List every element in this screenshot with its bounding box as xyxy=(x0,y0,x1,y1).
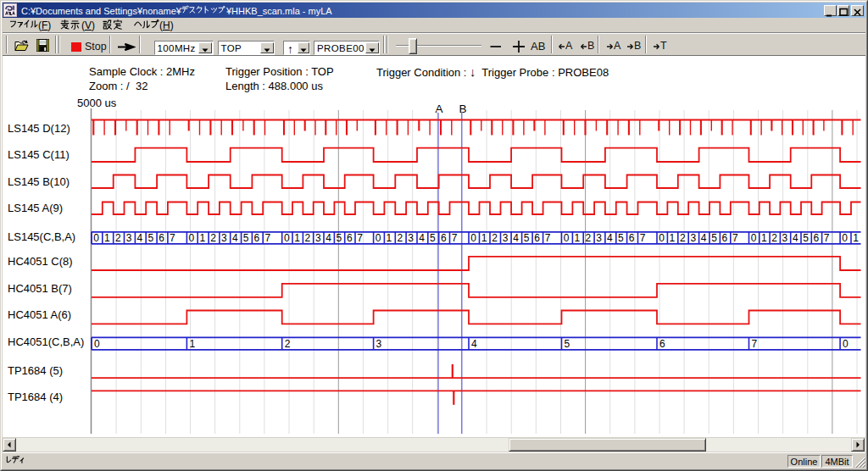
svg-text:1: 1 xyxy=(104,232,110,244)
svg-text:4: 4 xyxy=(419,232,425,244)
svg-text:0: 0 xyxy=(751,232,757,244)
svg-text:7: 7 xyxy=(357,232,363,244)
svg-text:3: 3 xyxy=(596,232,602,244)
svg-text:6: 6 xyxy=(659,338,665,350)
svg-text:2: 2 xyxy=(492,232,498,244)
svg-text:0: 0 xyxy=(189,232,195,244)
svg-text:6: 6 xyxy=(722,232,728,244)
svg-text:1: 1 xyxy=(481,232,487,244)
svg-text:5: 5 xyxy=(565,338,570,350)
svg-text:4: 4 xyxy=(793,232,798,244)
svg-text:3: 3 xyxy=(126,232,132,244)
svg-text:3: 3 xyxy=(690,232,696,244)
svg-text:3: 3 xyxy=(782,232,788,244)
svg-text:7: 7 xyxy=(732,232,738,244)
svg-text:5: 5 xyxy=(618,232,624,244)
svg-text:1: 1 xyxy=(294,232,300,244)
svg-text:6: 6 xyxy=(159,232,164,244)
svg-text:0: 0 xyxy=(93,232,99,244)
svg-text:2: 2 xyxy=(585,232,591,244)
svg-text:1: 1 xyxy=(670,232,676,244)
svg-text:5: 5 xyxy=(337,232,342,244)
svg-text:6: 6 xyxy=(254,232,260,244)
svg-text:0: 0 xyxy=(842,232,848,244)
svg-text:7: 7 xyxy=(452,232,458,244)
svg-text:2: 2 xyxy=(305,232,311,244)
svg-text:4: 4 xyxy=(607,232,613,244)
svg-text:0: 0 xyxy=(284,232,290,244)
svg-text:5: 5 xyxy=(430,232,436,244)
svg-text:5: 5 xyxy=(147,232,153,244)
svg-text:6: 6 xyxy=(347,232,353,244)
svg-text:3: 3 xyxy=(408,232,414,244)
svg-text:2: 2 xyxy=(115,232,121,244)
svg-text:7: 7 xyxy=(752,338,758,350)
svg-text:1: 1 xyxy=(853,232,859,244)
svg-text:3: 3 xyxy=(376,338,382,350)
svg-text:6: 6 xyxy=(441,232,447,244)
svg-text:1: 1 xyxy=(387,232,392,244)
svg-text:1: 1 xyxy=(761,232,767,244)
svg-text:5: 5 xyxy=(711,232,717,244)
svg-text:7: 7 xyxy=(640,232,646,244)
svg-text:4: 4 xyxy=(701,232,707,244)
svg-text:7: 7 xyxy=(545,232,551,244)
svg-text:4: 4 xyxy=(232,232,238,244)
svg-text:1: 1 xyxy=(189,338,195,350)
svg-text:0: 0 xyxy=(94,338,100,350)
svg-text:0: 0 xyxy=(843,338,849,350)
svg-text:5: 5 xyxy=(803,232,809,244)
svg-text:0: 0 xyxy=(470,232,476,244)
svg-text:0: 0 xyxy=(564,232,570,244)
svg-text:2: 2 xyxy=(398,232,403,244)
svg-text:6: 6 xyxy=(629,232,635,244)
svg-text:5: 5 xyxy=(243,232,249,244)
svg-text:0: 0 xyxy=(376,232,381,244)
svg-text:0: 0 xyxy=(659,232,665,244)
svg-text:7: 7 xyxy=(824,232,830,244)
svg-text:3: 3 xyxy=(315,232,321,244)
svg-text:3: 3 xyxy=(221,232,227,244)
svg-text:4: 4 xyxy=(137,232,143,244)
svg-text:7: 7 xyxy=(264,232,270,244)
svg-text:6: 6 xyxy=(534,232,540,244)
svg-text:4: 4 xyxy=(326,232,331,244)
svg-text:4: 4 xyxy=(471,338,477,350)
svg-text:2: 2 xyxy=(285,338,291,350)
svg-text:3: 3 xyxy=(503,232,509,244)
svg-text:7: 7 xyxy=(170,232,175,244)
svg-text:2: 2 xyxy=(680,232,686,244)
svg-text:1: 1 xyxy=(575,232,581,244)
svg-text:5: 5 xyxy=(524,232,530,244)
svg-text:1: 1 xyxy=(199,232,205,244)
svg-text:2: 2 xyxy=(771,232,777,244)
svg-text:6: 6 xyxy=(814,232,820,244)
svg-text:2: 2 xyxy=(210,232,216,244)
svg-text:4: 4 xyxy=(513,232,519,244)
